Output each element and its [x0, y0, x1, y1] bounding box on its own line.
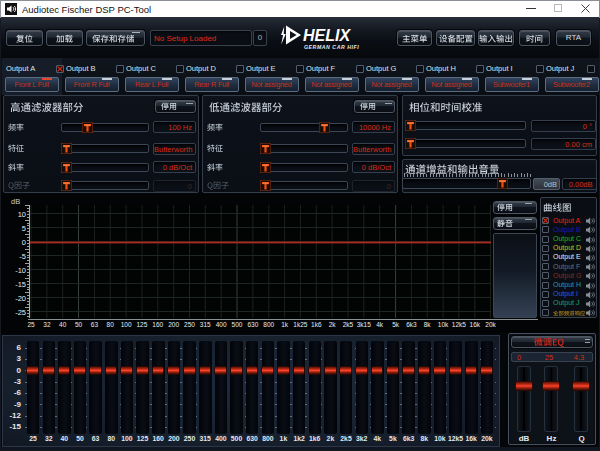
svg-text:HELIX: HELIX: [303, 27, 351, 44]
svg-text:GERMAN CAR HIFI: GERMAN CAR HIFI: [304, 44, 359, 50]
